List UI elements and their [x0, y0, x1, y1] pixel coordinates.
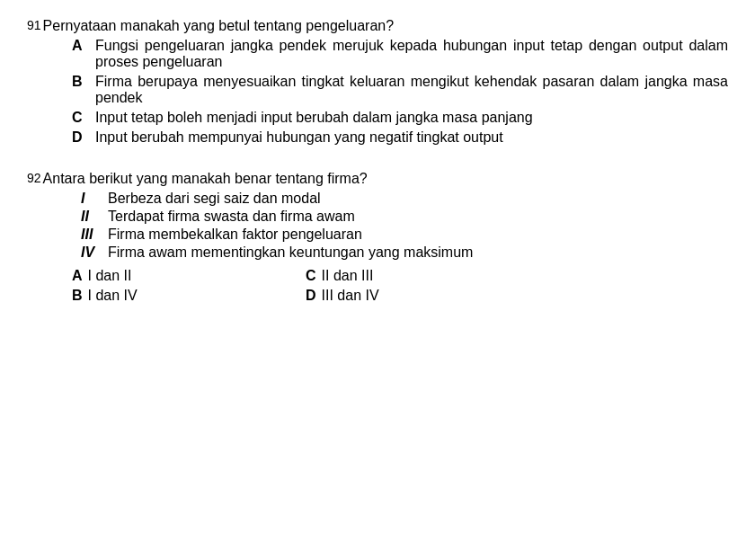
question-92-answers: A I dan II C II dan III B I dan IV D III…	[72, 268, 521, 304]
answer-92-d-text: III dan IV	[322, 288, 379, 304]
option-91-d-label: D	[72, 129, 90, 146]
question-92-text: Antara berikut yang manakah benar tentan…	[43, 171, 368, 187]
question-91-options: A Fungsi pengeluaran jangka pendek meruj…	[72, 38, 728, 146]
answer-92-b-text: I dan IV	[88, 288, 138, 304]
roman-text-1: Berbeza dari segi saiz dan modal	[108, 191, 728, 207]
roman-option-92-4: IV Firma awam mementingkan keuntungan ya…	[81, 244, 728, 261]
answer-92-c-text: II dan III	[322, 268, 374, 284]
question-91-number: 91	[27, 18, 41, 32]
answer-92-d: D III dan IV	[306, 288, 521, 304]
option-91-c: C Input tetap boleh menjadi input beruba…	[72, 110, 728, 126]
option-91-d-text: Input berubah mempunyai hubungan yang ne…	[95, 129, 728, 146]
option-91-a-label: A	[72, 38, 90, 70]
answer-92-a-text: I dan II	[88, 268, 132, 284]
roman-option-92-3: III Firma membekalkan faktor pengeluaran	[81, 227, 728, 243]
question-92: 92 Antara berikut yang manakah benar ten…	[27, 171, 728, 304]
option-91-b: B Firma berupaya menyesuaikan tingkat ke…	[72, 74, 728, 106]
question-92-number: 92	[27, 171, 41, 185]
answer-92-c-label: C	[306, 268, 316, 284]
question-91: 91 Pernyataan manakah yang betul tentang…	[27, 18, 728, 146]
roman-label-4: IV	[81, 244, 108, 261]
option-91-b-text: Firma berupaya menyesuaikan tingkat kelu…	[95, 74, 728, 106]
answer-92-d-label: D	[306, 288, 316, 304]
option-91-a-text: Fungsi pengeluaran jangka pendek merujuk…	[95, 38, 728, 70]
roman-text-3: Firma membekalkan faktor pengeluaran	[108, 227, 728, 243]
question-91-text: Pernyataan manakah yang betul tentang pe…	[43, 18, 395, 34]
answer-92-c: C II dan III	[306, 268, 521, 284]
answer-92-b-label: B	[72, 288, 83, 304]
roman-text-2: Terdapat firma swasta dan firma awam	[108, 209, 728, 225]
option-91-b-label: B	[72, 74, 90, 106]
question-92-roman-options: I Berbeza dari segi saiz dan modal II Te…	[81, 191, 728, 261]
option-91-a: A Fungsi pengeluaran jangka pendek meruj…	[72, 38, 728, 70]
roman-text-4: Firma awam mementingkan keuntungan yang …	[108, 244, 728, 261]
roman-option-92-1: I Berbeza dari segi saiz dan modal	[81, 191, 728, 207]
roman-label-2: II	[81, 209, 108, 225]
answer-92-a-label: A	[72, 268, 83, 284]
option-91-c-label: C	[72, 110, 90, 126]
answer-92-a: A I dan II	[72, 268, 288, 284]
answer-92-b: B I dan IV	[72, 288, 288, 304]
option-91-d: D Input berubah mempunyai hubungan yang …	[72, 129, 728, 146]
roman-label-1: I	[81, 191, 108, 207]
roman-option-92-2: II Terdapat firma swasta dan firma awam	[81, 209, 728, 225]
roman-label-3: III	[81, 227, 108, 243]
option-91-c-text: Input tetap boleh menjadi input berubah …	[95, 110, 728, 126]
